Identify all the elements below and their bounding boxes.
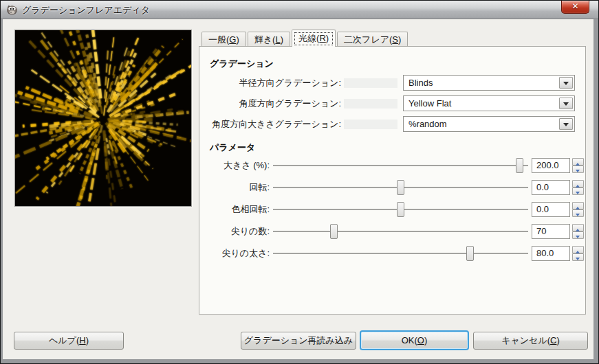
rotation-slider[interactable] xyxy=(273,180,528,195)
flare-preview-image xyxy=(15,30,191,206)
spike-count-spinner xyxy=(572,224,584,239)
rotation-label: 回転: xyxy=(202,180,270,195)
tab-rays[interactable]: 光線(R) xyxy=(292,30,336,47)
radial-gradient-label: 半径方向グラデーション: xyxy=(209,76,341,91)
spin-down-icon[interactable] xyxy=(572,209,584,217)
close-button[interactable]: ✕ xyxy=(561,1,589,14)
slider-thumb[interactable] xyxy=(330,224,338,239)
chevron-down-icon[interactable] xyxy=(559,98,573,109)
angular-gradient-label: 角度方向グラデーション: xyxy=(209,96,341,111)
spike-count-slider[interactable] xyxy=(273,224,528,239)
spin-up-icon[interactable] xyxy=(572,246,584,253)
reload-gradients-button[interactable]: グラデーション再読み込み xyxy=(241,332,356,350)
spike-count-input[interactable]: 70 xyxy=(532,224,570,239)
parameters-section-title: パラメータ xyxy=(210,141,255,154)
slider-track[interactable] xyxy=(273,165,528,166)
slider-thumb[interactable] xyxy=(516,158,523,173)
chevron-down-icon[interactable] xyxy=(559,118,573,130)
chevron-down-icon[interactable] xyxy=(559,77,573,89)
angular-gradient-swatch xyxy=(344,99,397,109)
spike-thickness-input[interactable]: 80.0 xyxy=(532,246,570,261)
radial-gradient-select[interactable]: Blinds xyxy=(403,75,575,91)
hue-rotation-slider[interactable] xyxy=(273,202,528,217)
angular-size-gradient-select[interactable]: %random xyxy=(403,116,575,132)
spin-down-icon[interactable] xyxy=(572,231,584,239)
dialog-content: 一般(G) 輝き(L) 光線(R) 二次フレア(S) グラデーション 半径方向グ… xyxy=(3,19,593,359)
flare-preview xyxy=(14,30,192,207)
hue-rotation-label: 色相回転: xyxy=(202,202,270,217)
gradients-section-title: グラデーション xyxy=(210,58,274,70)
tab-bar: 一般(G) 輝き(L) 光線(R) 二次フレア(S) xyxy=(202,30,409,47)
spin-up-icon[interactable] xyxy=(572,158,584,166)
rotation-spinner xyxy=(572,180,584,195)
hue-rotation-spinner xyxy=(572,202,584,217)
window-title: グラデーションフレアエディタ xyxy=(22,4,150,16)
titlebar[interactable]: グラデーションフレアエディタ ✕ xyxy=(1,1,598,19)
gimp-wilber-icon xyxy=(6,4,18,15)
tab-glow[interactable]: 輝き(L) xyxy=(248,32,290,47)
ok-button[interactable]: OK(O) xyxy=(360,330,469,350)
angular-size-gradient-label: 角度方向大きさグラデーション: xyxy=(209,117,341,132)
size-label: 大きさ (%): xyxy=(202,158,270,173)
help-button[interactable]: ヘルプ(H) xyxy=(14,332,124,350)
hue-rotation-input[interactable]: 0.0 xyxy=(532,202,570,217)
spin-down-icon[interactable] xyxy=(572,166,584,173)
slider-track[interactable] xyxy=(273,253,528,254)
spin-down-icon[interactable] xyxy=(572,253,584,261)
slider-thumb[interactable] xyxy=(466,246,474,261)
spin-down-icon[interactable] xyxy=(572,187,584,195)
spike-count-label: 尖りの数: xyxy=(202,224,270,239)
spin-up-icon[interactable] xyxy=(572,202,584,209)
spin-up-icon[interactable] xyxy=(572,224,584,231)
radial-gradient-swatch xyxy=(344,78,397,88)
spike-thickness-slider[interactable] xyxy=(273,246,528,261)
angular-gradient-select[interactable]: Yellow Flat xyxy=(403,95,575,111)
slider-thumb[interactable] xyxy=(397,202,404,217)
spin-up-icon[interactable] xyxy=(572,180,584,187)
size-input[interactable]: 200.0 xyxy=(532,158,570,173)
spike-thickness-spinner xyxy=(572,246,584,261)
slider-track[interactable] xyxy=(273,231,528,232)
spike-thickness-label: 尖りの太さ: xyxy=(202,246,270,261)
size-spinner xyxy=(572,158,584,173)
tab-general[interactable]: 一般(G) xyxy=(202,32,246,47)
size-slider[interactable] xyxy=(273,158,528,173)
rotation-input[interactable]: 0.0 xyxy=(532,180,570,195)
cancel-button[interactable]: キャンセル(C) xyxy=(473,332,588,350)
gradient-flare-editor-dialog: グラデーションフレアエディタ ✕ 一般(G) 輝き(L) 光線(R) 二次フレア… xyxy=(0,0,599,364)
angular-size-gradient-swatch xyxy=(344,120,397,129)
tab-second-flares[interactable]: 二次フレア(S) xyxy=(337,32,408,47)
slider-thumb[interactable] xyxy=(397,180,404,195)
